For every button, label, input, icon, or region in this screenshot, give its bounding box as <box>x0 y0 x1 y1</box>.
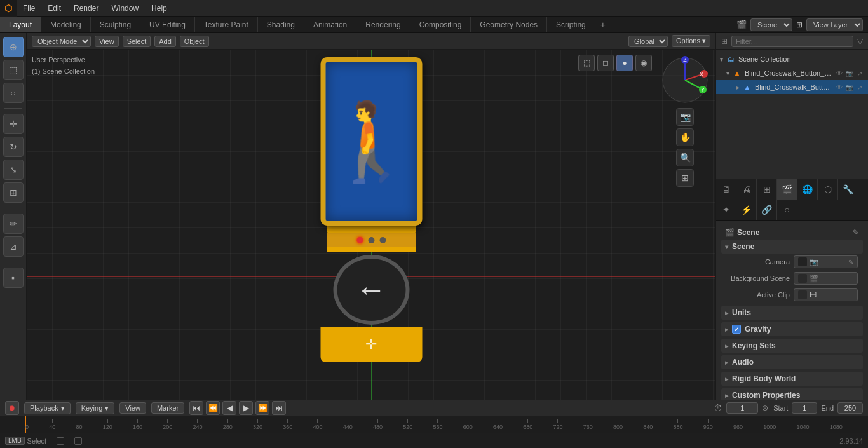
frame-start-input[interactable]: 1 <box>792 402 817 414</box>
viewport-canvas[interactable]: User Perspective (1) Scene Collection 🚶 … <box>27 50 715 400</box>
menu-file[interactable]: File <box>17 0 41 16</box>
tab-sculpting[interactable]: Sculpting <box>91 17 140 32</box>
object-menu-button[interactable]: Object <box>180 36 209 47</box>
record-button[interactable]: ⏺ <box>5 401 19 415</box>
camera-edit-icon[interactable]: ✎ <box>848 259 853 266</box>
render-icon-2[interactable]: 📷 <box>845 83 854 92</box>
view-menu-button[interactable]: View <box>119 402 146 414</box>
props-tab-particles[interactable]: ✦ <box>716 200 736 220</box>
shading-mode-4[interactable]: ◉ <box>635 55 652 71</box>
add-cube-button[interactable]: ▪ <box>3 268 24 288</box>
props-tab-material[interactable]: ○ <box>777 200 797 220</box>
viewport-grid-button[interactable]: ⊞ <box>676 169 694 187</box>
view-menu-button[interactable]: View <box>95 36 119 47</box>
play-button[interactable]: ▶ <box>239 401 253 415</box>
props-tab-world[interactable]: 🌐 <box>797 179 818 200</box>
measure-tool-button[interactable]: ⊿ <box>3 236 24 257</box>
tab-texture-paint[interactable]: Texture Paint <box>195 17 258 32</box>
menu-edit[interactable]: Edit <box>41 0 67 16</box>
props-tab-view-layer[interactable]: ⊞ <box>757 179 777 200</box>
viewport-3d[interactable]: Object Mode View Select Add Object Globa… <box>27 33 715 400</box>
shading-mode-3-active[interactable]: ● <box>616 55 633 71</box>
props-tab-physics[interactable]: ⚡ <box>736 200 757 220</box>
outliner-scene-collection[interactable]: ▾ 🗂 Scene Collection <box>716 52 868 66</box>
select-box-button[interactable]: ⬚ <box>3 60 24 80</box>
rotate-tool-button[interactable]: ↻ <box>3 137 24 157</box>
shading-mode-2[interactable]: ◻ <box>597 55 614 71</box>
menu-help[interactable]: Help <box>145 0 173 16</box>
props-tab-render[interactable]: 🖥 <box>716 179 736 200</box>
tab-geometry-nodes[interactable]: Geometry Nodes <box>471 17 547 32</box>
menu-window[interactable]: Window <box>105 0 145 16</box>
background-scene-value[interactable]: 🎬 <box>794 272 858 285</box>
tab-layout[interactable]: Layout <box>0 17 41 32</box>
audio-section-header[interactable]: ▸ Audio <box>721 355 863 369</box>
scene-prop-edit-icon[interactable]: ✎ <box>853 228 859 237</box>
viewport-hand-button[interactable]: ✋ <box>676 128 694 146</box>
transform-tool-button[interactable]: ⊞ <box>3 182 24 203</box>
object-mode-select[interactable]: Object Mode <box>32 36 91 47</box>
tab-add-button[interactable]: + <box>595 20 611 30</box>
options-button[interactable]: Options ▾ <box>672 35 710 47</box>
step-forward-button[interactable]: ⏩ <box>255 401 269 415</box>
jump-start-button[interactable]: ⏮ <box>189 401 203 415</box>
view-layer-select[interactable]: View Layer <box>806 18 863 31</box>
camera-value[interactable]: 📷 ✎ <box>794 255 858 268</box>
props-tab-scene[interactable]: 🎬 <box>777 179 797 200</box>
outliner-search-input[interactable] <box>731 36 853 47</box>
props-tab-modifier[interactable]: 🔧 <box>838 179 858 200</box>
units-section-header[interactable]: ▸ Units <box>721 306 863 320</box>
props-tab-constraints[interactable]: 🔗 <box>757 200 777 220</box>
render-icon[interactable]: 📷 <box>845 69 854 78</box>
select-icon-2[interactable]: ↗ <box>855 83 864 92</box>
tab-modeling[interactable]: Modeling <box>41 17 91 32</box>
props-tab-output[interactable]: 🖨 <box>736 179 757 200</box>
gravity-section-header[interactable]: ▸ ✓ Gravity <box>721 322 863 336</box>
blender-logo-icon[interactable]: ⬡ <box>0 0 17 17</box>
current-frame-input[interactable]: 1 <box>726 402 758 414</box>
keying-sets-section-header[interactable]: ▸ Keying Sets <box>721 339 863 353</box>
outliner-item-crosswalk-button[interactable]: ▸ ▲ Blind_Crosswalk_Button... 👁 📷 ↗ <box>716 80 868 94</box>
outliner-filter-icon[interactable]: ▽ <box>857 37 863 46</box>
tab-compositing[interactable]: Compositing <box>410 17 471 32</box>
frame-end-input[interactable]: 250 <box>837 402 863 414</box>
jump-end-button[interactable]: ⏭ <box>272 401 286 415</box>
scene-select[interactable]: Scene <box>750 18 792 31</box>
keying-menu-button[interactable]: Keying ▾ <box>76 402 115 414</box>
navigation-gizmo[interactable]: X Y Z <box>660 55 710 105</box>
visibility-icon-2[interactable]: 👁 <box>835 83 844 92</box>
tab-rendering[interactable]: Rendering <box>356 17 410 32</box>
menu-render[interactable]: Render <box>67 0 105 16</box>
timeline-ruler-area[interactable]: 0 40 80 120 160 200 240 280 320 360 400 … <box>0 416 868 433</box>
transform-orientation-select[interactable]: Global <box>628 36 668 47</box>
props-tab-object[interactable]: ⬡ <box>818 179 838 200</box>
visibility-icon[interactable]: 👁 <box>835 69 844 78</box>
custom-properties-header[interactable]: ▸ Custom Properties <box>721 388 863 400</box>
playback-menu-button[interactable]: Playback ▾ <box>24 402 71 414</box>
select-circle-button[interactable]: ○ <box>3 83 24 103</box>
shading-mode-1[interactable]: ⬚ <box>578 55 595 71</box>
indicator-dot-off-1 <box>368 237 374 243</box>
viewport-camera-button[interactable]: 📷 <box>676 108 694 126</box>
viewport-zoom-button[interactable]: 🔍 <box>676 149 694 166</box>
outliner-item-crosswalk-nyc[interactable]: ▾ ▲ Blind_Crosswalk_Button_NYC 👁 📷 ↗ <box>716 66 868 80</box>
marker-menu-button[interactable]: Marker <box>151 402 184 414</box>
select-icon[interactable]: ↗ <box>855 69 864 78</box>
tab-animation[interactable]: Animation <box>304 17 356 32</box>
move-tool-button[interactable]: ✛ <box>3 114 24 134</box>
tab-scripting[interactable]: Scripting <box>547 17 595 32</box>
gravity-checkbox[interactable]: ✓ <box>732 325 741 334</box>
scale-tool-button[interactable]: ⤡ <box>3 160 24 180</box>
cursor-tool-button[interactable]: ⊕ <box>3 37 24 57</box>
select-menu-button[interactable]: Select <box>123 36 151 47</box>
scene-section-header[interactable]: ▾ Scene <box>721 240 863 254</box>
active-clip-value[interactable]: 🎞 <box>794 288 858 301</box>
step-back-button[interactable]: ⏪ <box>206 401 220 415</box>
add-menu-button[interactable]: Add <box>154 36 176 47</box>
annotate-tool-button[interactable]: ✏ <box>3 214 24 234</box>
play-reverse-button[interactable]: ◀ <box>222 401 236 415</box>
camera-row: Camera 📷 ✎ <box>721 254 863 270</box>
tab-uv-editing[interactable]: UV Editing <box>140 17 195 32</box>
rigid-body-world-header[interactable]: ▸ Rigid Body World <box>721 372 863 386</box>
tab-shading[interactable]: Shading <box>258 17 304 32</box>
